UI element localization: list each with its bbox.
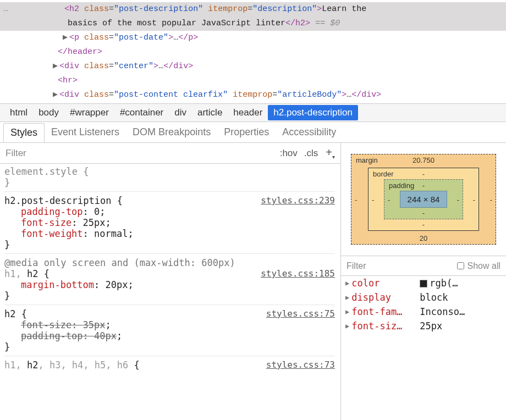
computed-row-font-family[interactable]: ▶ font-fam… Inconso… [341, 305, 506, 319]
dom-node[interactable]: </header> [0, 45, 506, 59]
media-query: @media only screen and (max-width: 600px… [4, 257, 335, 268]
tab-properties[interactable]: Properties [217, 123, 276, 141]
computed-list: ▶ color rgb(… ▶ display block ▶ font-fam… [341, 276, 506, 333]
tab-styles[interactable]: Styles [3, 123, 45, 142]
source-link[interactable]: styles.css:73 [266, 360, 335, 371]
cls-toggle[interactable]: .cls [304, 148, 318, 159]
dom-node[interactable]: <hr> [0, 74, 506, 88]
show-all-label: Show all [468, 261, 501, 271]
disclosure-icon[interactable]: ▶ [53, 88, 59, 102]
styles-pane: Filter :hov .cls +▾ element.style { } h2… [0, 143, 341, 420]
disclosure-icon[interactable]: ▶ [63, 31, 69, 45]
rule-headings[interactable]: h1, h2, h3, h4, h5, h6 { styles.css:73 [4, 360, 335, 371]
computed-row-display[interactable]: ▶ display block [341, 290, 506, 305]
crumb-article[interactable]: article [192, 105, 228, 120]
color-swatch-icon [420, 280, 427, 288]
disclosure-icon[interactable]: ▶ [345, 279, 349, 287]
rule-h1-h2[interactable]: h1, h2 { styles.css:185 margin-bottom: 2… [4, 268, 335, 305]
computed-pane: margin 20.750 - 20 - border - - - - padd… [341, 143, 506, 420]
rule-post-description[interactable]: h2.post-description { styles.css:239 pad… [4, 195, 335, 254]
rule-element-style[interactable]: element.style { } [4, 166, 335, 192]
box-model[interactable]: margin 20.750 - 20 - border - - - - padd… [341, 143, 506, 256]
dom-node[interactable]: ▶<div class="center">…</div> [0, 59, 506, 74]
tab-event-listeners[interactable]: Event Listeners [45, 123, 126, 141]
computed-row-font-size[interactable]: ▶ font-siz… 25px [341, 319, 506, 333]
crumb-current[interactable]: h2.post-description [268, 105, 358, 120]
source-link[interactable]: styles.css:185 [261, 268, 335, 279]
crumb-header[interactable]: header [228, 105, 268, 120]
disclosure-icon[interactable]: ▶ [345, 308, 349, 316]
computed-filter-row: Filter Show all [341, 256, 506, 276]
styles-filter-row: Filter :hov .cls +▾ [0, 143, 340, 164]
computed-row-color[interactable]: ▶ color rgb(… [341, 276, 506, 290]
dom-tree[interactable]: … <h2 class="post-description" itemprop=… [0, 0, 506, 103]
crumb-container[interactable]: #container [114, 105, 169, 120]
rule-h2[interactable]: h2 { styles.css:75 font-size: 35px; padd… [4, 308, 335, 356]
disclosure-icon[interactable]: ▶ [53, 59, 59, 74]
disclosure-icon[interactable]: ▶ [345, 294, 349, 301]
tab-accessibility[interactable]: Accessibility [276, 123, 343, 141]
hov-toggle[interactable]: :hov [280, 148, 298, 159]
crumb-wrapper[interactable]: #wrapper [64, 105, 114, 120]
dom-node[interactable]: ▶<div class="post-content clearfix" item… [0, 88, 506, 102]
crumb-div[interactable]: div [169, 105, 192, 120]
computed-filter-input[interactable]: Filter [346, 261, 366, 271]
disclosure-icon[interactable]: ▶ [345, 322, 349, 330]
tab-dom-breakpoints[interactable]: DOM Breakpoints [126, 123, 217, 141]
selected-marker: == $0 [310, 19, 340, 28]
show-all-checkbox[interactable] [457, 262, 464, 269]
crumb-html[interactable]: html [4, 105, 33, 120]
new-rule-button[interactable]: +▾ [326, 146, 335, 160]
more-icon: … [3, 4, 9, 14]
source-link[interactable]: styles.css:75 [266, 308, 335, 319]
crumb-body[interactable]: body [33, 105, 64, 120]
styles-filter-input[interactable]: Filter [6, 148, 26, 159]
box-content[interactable]: 244 × 84 [400, 191, 447, 208]
dom-node[interactable]: ▶<p class="post-date">…</p> [0, 31, 506, 45]
breadcrumb: html body #wrapper #container div articl… [0, 103, 506, 122]
sidebar-tabs: Styles Event Listeners DOM Breakpoints P… [0, 122, 506, 143]
source-link[interactable]: styles.css:239 [261, 195, 335, 206]
dom-node-selected[interactable]: … <h2 class="post-description" itemprop=… [0, 2, 506, 31]
